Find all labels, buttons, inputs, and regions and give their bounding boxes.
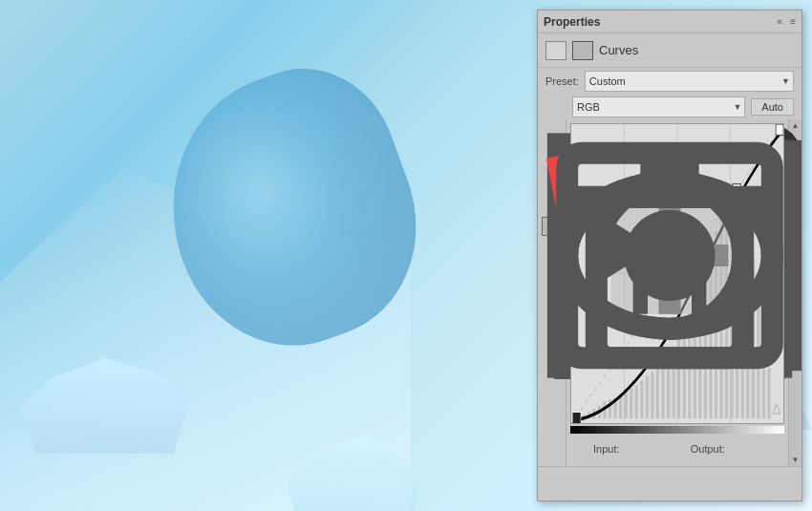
properties-panel: Properties « ≡ Curves Preset: Custom (537, 10, 802, 501)
delete-icon (538, 11, 801, 500)
panel-footer (538, 466, 801, 500)
svg-rect-68 (596, 197, 742, 358)
delete-button[interactable] (727, 474, 750, 495)
